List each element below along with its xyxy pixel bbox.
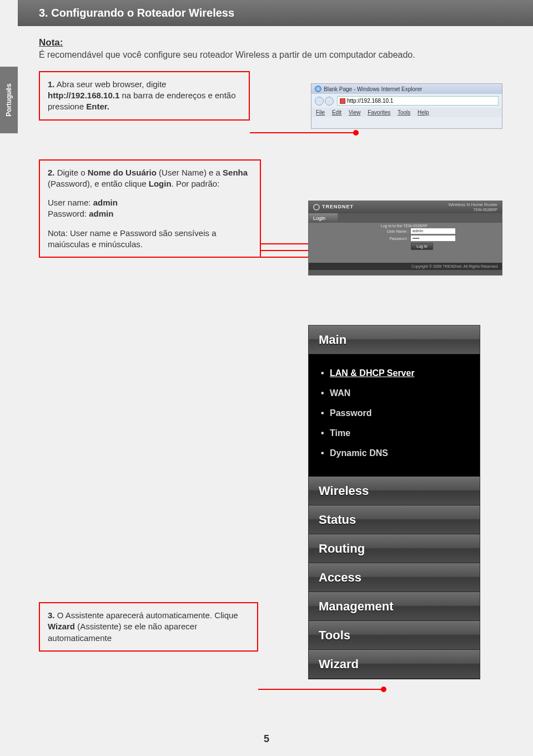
back-button[interactable] <box>315 97 324 106</box>
menu-tools[interactable]: Tools <box>398 109 410 116</box>
page-header: 3. Configurando o Roteador Wireless <box>18 0 533 26</box>
login-pass-row: Password : ••••• <box>381 236 496 241</box>
menu-view[interactable]: View <box>349 109 361 116</box>
login-heading: Log in to the TEW-652BRP <box>381 224 428 228</box>
menu-edit[interactable]: Edit <box>332 109 341 116</box>
forward-button[interactable] <box>325 97 334 106</box>
menu-item-time[interactable]: Time <box>321 423 467 443</box>
login-model: TEW-652BRP <box>473 208 497 212</box>
menu-item-dynamic-dns[interactable]: Dynamic DNS <box>321 443 467 463</box>
address-text: http://192.168.10.1 <box>347 98 393 104</box>
menu-file[interactable]: File <box>316 109 325 116</box>
browser-screenshot: Blank Page - Windows Internet Explorer h… <box>311 83 502 129</box>
login-tab: Login <box>309 213 338 223</box>
menu-routing[interactable]: Routing <box>309 534 480 563</box>
swirl-icon <box>313 204 320 211</box>
menu-wizard[interactable]: Wizard <box>309 650 480 679</box>
login-user-label: User Name : <box>381 229 409 233</box>
router-menu-screenshot: Main LAN & DHCP Server WAN Password Time… <box>308 325 480 679</box>
login-pass-label: Password : <box>381 237 409 241</box>
page-number: 5 <box>0 733 533 745</box>
connector-line-1 <box>250 132 355 133</box>
header-title: 3. Configurando o Roteador Wireless <box>39 7 234 19</box>
nota-heading: Nota: <box>39 37 500 48</box>
step-3-box: 3. O Assistente aparecerá automaticament… <box>39 602 258 652</box>
login-body: Log in to the TEW-652BRP User Name : adm… <box>309 223 502 263</box>
menu-main-head[interactable]: Main <box>309 326 480 354</box>
menu-favorites[interactable]: Favorites <box>368 109 390 116</box>
intro-text: É recomendável que você configure seu ro… <box>39 49 500 61</box>
login-user-input[interactable]: admin <box>411 228 455 234</box>
address-bar[interactable]: http://192.168.10.1 <box>337 96 499 106</box>
menu-tools[interactable]: Tools <box>309 621 480 650</box>
menu-wireless[interactable]: Wireless <box>309 477 480 505</box>
menu-item-lan-dhcp[interactable]: LAN & DHCP Server <box>321 363 467 383</box>
menu-main-items: LAN & DHCP Server WAN Password Time Dyna… <box>309 354 480 477</box>
step-1-box: 1. Abra seur web browser, digite http://… <box>39 71 250 121</box>
step-2-note: Nota: User name e Password são sensíveis… <box>48 228 252 251</box>
step-2-user: User name: admin <box>48 197 252 208</box>
login-button[interactable]: Log In <box>411 243 433 250</box>
login-screenshot: TRENDNET Wireless N Home Router TEW-652B… <box>308 201 502 276</box>
browser-navbar: http://192.168.10.1 <box>311 94 502 108</box>
browser-menubar: File Edit View Favorites Tools Help <box>311 108 502 117</box>
browser-titlebar: Blank Page - Windows Internet Explorer <box>311 84 502 94</box>
menu-status[interactable]: Status <box>309 505 480 534</box>
menu-item-wan[interactable]: WAN <box>321 383 467 403</box>
page-icon <box>340 98 345 104</box>
login-pass-input[interactable]: ••••• <box>411 236 455 241</box>
step-3-text: 3. O Assistente aparecerá automaticament… <box>48 610 249 644</box>
menu-item-password[interactable]: Password <box>321 403 467 423</box>
connector-dot-3 <box>381 687 386 692</box>
login-user-row: User Name : admin <box>381 228 496 234</box>
connector-line-3 <box>258 689 383 690</box>
step-2-box: 2. Digite o Nome do Usuário (User Name) … <box>39 159 261 258</box>
step-2-pass: Password: admin <box>48 208 252 219</box>
step-2-text: 2. Digite o Nome do Usuário (User Name) … <box>48 167 252 190</box>
trendnet-logo: TRENDNET <box>313 204 354 211</box>
menu-access[interactable]: Access <box>309 563 480 592</box>
browser-title-text: Blank Page - Windows Internet Explorer <box>324 86 422 92</box>
connector-dot-1 <box>353 130 359 136</box>
ie-icon <box>315 86 321 92</box>
login-subtitle: Wireless N Home Router <box>449 202 497 207</box>
login-header: TRENDNET Wireless N Home Router TEW-652B… <box>309 201 502 213</box>
step-1-text: 1. Abra seur web browser, digite http://… <box>48 79 241 113</box>
menu-management[interactable]: Management <box>309 592 480 621</box>
menu-help[interactable]: Help <box>418 109 429 116</box>
login-footer: Copyright © 2009 TRENDnet. All Rights Re… <box>309 263 502 270</box>
nav-buttons[interactable] <box>315 97 334 106</box>
